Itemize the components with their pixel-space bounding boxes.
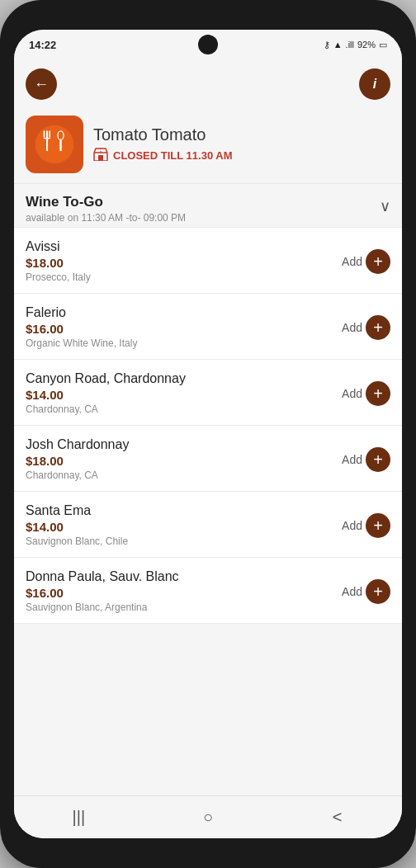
restaurant-info: Tomato Tomato CLOSED TILL 11.30 AM (14, 109, 402, 183)
signal-icon: .ill (346, 40, 354, 50)
home-icon: ○ (203, 808, 213, 827)
nav-menu-button[interactable]: ||| (62, 801, 95, 834)
list-item: Donna Paula, Sauv. Blanc $16.00 Sauvigno… (14, 558, 402, 624)
menu-list: Avissi $18.00 Prosecco, Italy Add + Fale… (14, 227, 402, 624)
add-button[interactable]: Add + (342, 315, 390, 340)
add-button[interactable]: Add + (342, 447, 390, 472)
nav-home-button[interactable]: ○ (191, 801, 225, 834)
section-subtitle: available on 11:30 AM -to- 09:00 PM (26, 212, 186, 224)
info-button[interactable]: i (359, 68, 390, 100)
item-desc: Chardonnay, CA (26, 469, 342, 481)
add-label: Add (342, 321, 362, 334)
item-desc: Sauvignon Blanc, Chile (26, 535, 342, 547)
menu-item-info: Falerio $16.00 Organic White Wine, Italy (26, 305, 342, 349)
wifi-icon: ▲ (333, 40, 343, 50)
add-button[interactable]: Add + (342, 579, 390, 604)
status-text: CLOSED TILL 11.30 AM (113, 149, 232, 162)
svg-point-8 (59, 132, 64, 139)
restaurant-status: CLOSED TILL 11.30 AM (93, 148, 232, 164)
add-label: Add (342, 453, 362, 466)
content-scroll[interactable]: Wine To-Go available on 11:30 AM -to- 09… (14, 183, 402, 795)
back-nav-icon: < (333, 808, 343, 827)
battery-icon: ▭ (379, 40, 387, 50)
add-label: Add (342, 387, 362, 400)
restaurant-details: Tomato Tomato CLOSED TILL 11.30 AM (93, 125, 232, 164)
svg-rect-10 (98, 155, 103, 161)
app-header: ← i (14, 59, 402, 109)
item-desc: Organic White Wine, Italy (26, 337, 342, 349)
add-circle-icon[interactable]: + (366, 447, 390, 472)
chevron-down-icon[interactable]: ∨ (380, 197, 390, 215)
nav-back-button[interactable]: < (321, 801, 354, 834)
svg-rect-4 (44, 138, 50, 139)
svg-rect-3 (49, 130, 50, 137)
store-icon (93, 148, 108, 164)
add-label: Add (342, 255, 362, 268)
list-item: Falerio $16.00 Organic White Wine, Italy… (14, 294, 402, 360)
menu-item-info: Canyon Road, Chardonnay $14.00 Chardonna… (26, 371, 342, 415)
restaurant-logo (26, 116, 83, 173)
menu-item-info: Avissi $18.00 Prosecco, Italy (26, 239, 342, 283)
menu-icon: ||| (73, 808, 86, 827)
item-name: Falerio (26, 305, 342, 320)
item-price: $16.00 (26, 586, 342, 600)
add-label: Add (342, 585, 362, 598)
add-circle-icon[interactable]: + (366, 381, 390, 406)
svg-rect-2 (44, 130, 45, 137)
list-item: Avissi $18.00 Prosecco, Italy Add + (14, 227, 402, 294)
section-header: Wine To-Go available on 11:30 AM -to- 09… (14, 183, 402, 227)
add-circle-icon[interactable]: + (366, 249, 390, 274)
bottom-nav: ||| ○ < (14, 795, 402, 838)
home-indicator (0, 838, 416, 851)
menu-item-info: Josh Chardonnay $18.00 Chardonnay, CA (26, 437, 342, 481)
item-price: $14.00 (26, 388, 342, 402)
list-item: Canyon Road, Chardonnay $14.00 Chardonna… (14, 360, 402, 426)
item-name: Donna Paula, Sauv. Blanc (26, 569, 342, 584)
status-time: 14:22 (29, 39, 56, 51)
add-circle-icon[interactable]: + (366, 579, 390, 604)
lock-icon: ⚷ (324, 40, 330, 50)
add-button[interactable]: Add + (342, 513, 390, 538)
item-name: Josh Chardonnay (26, 437, 342, 452)
list-item: Josh Chardonnay $18.00 Chardonnay, CA Ad… (14, 426, 402, 492)
svg-point-0 (35, 125, 74, 164)
add-circle-icon[interactable]: + (366, 315, 390, 340)
item-desc: Chardonnay, CA (26, 403, 342, 415)
item-price: $18.00 (26, 454, 342, 468)
add-label: Add (342, 519, 362, 532)
status-icons: ⚷ ▲ .ill 92% ▭ (324, 40, 387, 50)
restaurant-name: Tomato Tomato (93, 125, 232, 144)
menu-item-info: Santa Ema $14.00 Sauvignon Blanc, Chile (26, 503, 342, 547)
battery-level: 92% (357, 40, 376, 50)
item-name: Canyon Road, Chardonnay (26, 371, 342, 386)
section-title: Wine To-Go (26, 194, 186, 210)
item-price: $16.00 (26, 322, 342, 336)
svg-rect-7 (59, 139, 62, 151)
camera-notch (198, 35, 218, 54)
back-button[interactable]: ← (26, 68, 57, 100)
item-name: Avissi (26, 239, 342, 254)
menu-item-info: Donna Paula, Sauv. Blanc $16.00 Sauvigno… (26, 569, 342, 613)
phone-shell: 14:22 ⚷ ▲ .ill 92% ▭ ← i (0, 0, 416, 868)
item-price: $18.00 (26, 256, 342, 270)
add-button[interactable]: Add + (342, 249, 390, 274)
svg-rect-5 (46, 139, 48, 151)
item-desc: Sauvignon Blanc, Argentina (26, 601, 342, 613)
add-circle-icon[interactable]: + (366, 513, 390, 538)
phone-screen: 14:22 ⚷ ▲ .ill 92% ▭ ← i (14, 30, 402, 838)
item-name: Santa Ema (26, 503, 342, 518)
item-desc: Prosecco, Italy (26, 271, 342, 283)
list-item: Santa Ema $14.00 Sauvignon Blanc, Chile … (14, 492, 402, 558)
item-price: $14.00 (26, 520, 342, 534)
add-button[interactable]: Add + (342, 381, 390, 406)
